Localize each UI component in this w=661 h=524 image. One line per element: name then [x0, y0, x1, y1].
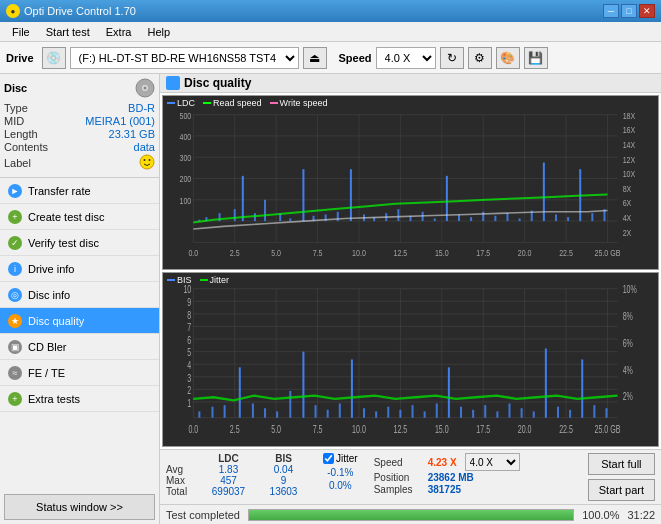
- sidebar-item-extra-tests[interactable]: + Extra tests: [0, 386, 159, 412]
- svg-rect-149: [387, 407, 389, 418]
- svg-rect-137: [239, 367, 241, 417]
- settings-button[interactable]: ⚙: [468, 47, 492, 69]
- svg-rect-167: [605, 408, 607, 417]
- extra-tests-icon: +: [8, 392, 22, 406]
- stats-max-row: Max 457 9: [166, 475, 311, 486]
- svg-text:0.0: 0.0: [188, 248, 198, 258]
- sidebar-item-drive-info[interactable]: i Drive info: [0, 256, 159, 282]
- svg-text:100: 100: [180, 196, 192, 206]
- svg-rect-76: [506, 213, 508, 221]
- sidebar-item-disc-info[interactable]: ◎ Disc info: [0, 282, 159, 308]
- eject-button[interactable]: ⏏: [303, 47, 327, 69]
- svg-rect-140: [276, 411, 278, 417]
- speed-row-select[interactable]: 4.0 X: [465, 453, 520, 471]
- drive-label: Drive: [6, 52, 34, 64]
- svg-rect-152: [424, 411, 426, 417]
- svg-text:2.5: 2.5: [230, 248, 240, 258]
- chart-bottom-svg: 10 9 8 7 6 5 4 3 2 1 10% 8% 6% 4% 2%: [163, 273, 658, 446]
- svg-text:22.5: 22.5: [559, 248, 573, 258]
- chart-bis: BIS Jitter: [162, 272, 659, 447]
- stats-empty-header: [166, 453, 201, 464]
- minimize-button[interactable]: ─: [603, 4, 619, 18]
- legend-write-dot: [270, 102, 278, 104]
- save-button[interactable]: 💾: [524, 47, 548, 69]
- disc-type-row: Type BD-R: [4, 102, 155, 114]
- jitter-checkbox[interactable]: [323, 453, 334, 464]
- legend-bis-dot: [167, 279, 175, 281]
- svg-text:300: 300: [180, 153, 192, 163]
- transfer-rate-icon: ►: [8, 184, 22, 198]
- sidebar-item-verify-test-disc[interactable]: ✓ Verify test disc: [0, 230, 159, 256]
- maximize-button[interactable]: □: [621, 4, 637, 18]
- menu-help[interactable]: Help: [139, 24, 178, 40]
- svg-text:4%: 4%: [623, 364, 633, 376]
- svg-text:5.0: 5.0: [271, 248, 281, 258]
- sidebar-item-create-test-disc[interactable]: + Create test disc: [0, 204, 159, 230]
- svg-text:4: 4: [187, 359, 191, 371]
- svg-text:200: 200: [180, 175, 192, 185]
- menu-bar: File Start test Extra Help: [0, 22, 661, 42]
- svg-rect-80: [555, 214, 557, 221]
- sidebar-item-disc-quality[interactable]: ★ Disc quality: [0, 308, 159, 334]
- app-icon: ●: [6, 4, 20, 18]
- svg-rect-146: [351, 360, 353, 418]
- stats-bar: LDC BIS Avg 1.83 0.04 Max 457 9 Total 69…: [160, 449, 661, 504]
- sidebar: Disc Type BD-R MID MEIRA1 (001) Length 2…: [0, 74, 160, 524]
- stats-avg-label: Avg: [166, 464, 201, 475]
- svg-text:12.5: 12.5: [394, 248, 408, 258]
- drive-icon: 💿: [42, 47, 66, 69]
- svg-point-2: [144, 87, 147, 90]
- position-value: 23862 MB: [428, 472, 474, 483]
- start-part-button[interactable]: Start part: [588, 479, 655, 501]
- svg-rect-155: [460, 407, 462, 418]
- samples-value: 381725: [428, 484, 461, 495]
- sidebar-item-fe-te[interactable]: ≈ FE / TE: [0, 360, 159, 386]
- disc-info-icon: ◎: [8, 288, 22, 302]
- svg-rect-141: [289, 391, 291, 418]
- svg-text:20.0: 20.0: [518, 424, 532, 436]
- menu-extra[interactable]: Extra: [98, 24, 140, 40]
- speed-select[interactable]: 4.0 X: [376, 47, 436, 69]
- speed-row: Speed 4.23 X 4.0 X: [374, 453, 520, 471]
- refresh-button[interactable]: ↻: [440, 47, 464, 69]
- legend-ldc: LDC: [167, 98, 195, 108]
- disc-mid-label: MID: [4, 115, 24, 127]
- drive-select[interactable]: (F:) HL-DT-ST BD-RE WH16NS58 TST4: [70, 47, 299, 69]
- menu-file[interactable]: File: [4, 24, 38, 40]
- title-bar: ● Opti Drive Control 1.70 ─ □ ✕: [0, 0, 661, 22]
- status-text: Test completed: [166, 509, 240, 521]
- legend-read-dot: [203, 102, 211, 104]
- drive-info-icon: i: [8, 262, 22, 276]
- disc-quality-header-icon: [166, 76, 180, 90]
- svg-rect-63: [350, 169, 352, 221]
- disc-label-row: Label: [4, 154, 155, 172]
- menu-start-test[interactable]: Start test: [38, 24, 98, 40]
- speed-position-area: Speed 4.23 X 4.0 X Position 23862 MB Sam…: [374, 453, 520, 496]
- status-window-button[interactable]: Status window >>: [4, 494, 155, 520]
- sidebar-item-label-verify: Verify test disc: [28, 237, 99, 249]
- stats-total-ldc: 699037: [201, 486, 256, 497]
- legend-jitter: Jitter: [200, 275, 230, 285]
- svg-text:6%: 6%: [623, 337, 633, 349]
- svg-rect-58: [289, 218, 291, 221]
- stats-max-ldc: 457: [201, 475, 256, 486]
- svg-text:25.0 GB: 25.0 GB: [595, 248, 621, 258]
- stats-bis-header: BIS: [256, 453, 311, 464]
- svg-text:500: 500: [180, 111, 192, 121]
- svg-text:7.5: 7.5: [313, 424, 323, 436]
- svg-text:10: 10: [183, 284, 191, 296]
- svg-text:7: 7: [187, 322, 191, 334]
- start-full-button[interactable]: Start full: [588, 453, 655, 475]
- chart-bottom-legend: BIS Jitter: [167, 275, 229, 285]
- sidebar-item-cd-bler[interactable]: ▣ CD Bler: [0, 334, 159, 360]
- svg-text:8X: 8X: [623, 184, 632, 194]
- sidebar-item-transfer-rate[interactable]: ► Transfer rate: [0, 178, 159, 204]
- disc-title: Disc: [4, 82, 27, 94]
- svg-rect-136: [224, 405, 226, 418]
- sidebar-item-label-fe-te: FE / TE: [28, 367, 65, 379]
- disc-mid-row: MID MEIRA1 (001): [4, 115, 155, 127]
- close-button[interactable]: ✕: [639, 4, 655, 18]
- svg-text:14X: 14X: [623, 140, 636, 150]
- palette-button[interactable]: 🎨: [496, 47, 520, 69]
- svg-rect-162: [545, 348, 547, 417]
